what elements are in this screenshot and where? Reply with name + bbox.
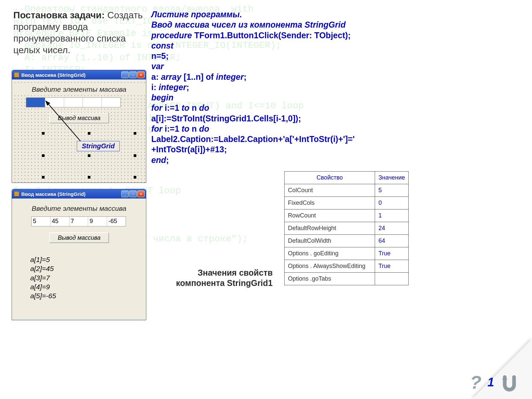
table-row: Options . AlwaysShowEditingTrue xyxy=(285,260,409,273)
table-row: DefaultColWidth64 xyxy=(285,235,409,247)
app-icon xyxy=(14,191,19,197)
label-input-prompt: Введите элементы массива xyxy=(12,85,146,93)
table-row: Options . goEditingTrue xyxy=(285,247,409,260)
selection-handle xyxy=(134,154,136,157)
table-row: FixedCols0 xyxy=(285,197,409,209)
stringgrid-cell[interactable] xyxy=(26,98,45,107)
stringgrid-cell[interactable] xyxy=(45,98,64,107)
properties-header-prop: Свойство xyxy=(285,172,375,184)
selection-handle xyxy=(134,176,136,179)
titlebar: Ввод массива (StringGrid) _ □ × xyxy=(12,70,146,79)
listing-subtitle: Ввод массива чисел из компонента StringG… xyxy=(151,20,391,30)
selection-handle xyxy=(42,154,45,157)
close-button[interactable]: × xyxy=(137,71,145,78)
output-label: a[1]=5 a[2]=45 a[3]=7 a[4]=9 a[5]=-65 xyxy=(30,255,56,300)
maximize-button[interactable]: □ xyxy=(129,71,137,78)
table-row: DefaultRowHeight24 xyxy=(285,222,409,235)
stringgrid-runtime[interactable]: 5 45 7 9 -65 xyxy=(31,216,126,226)
form-designer-surface[interactable]: Введите элементы массива Вывод массива xyxy=(12,79,146,183)
return-icon[interactable] xyxy=(500,373,519,392)
output-button[interactable]: Вывод массива xyxy=(49,113,109,123)
close-button[interactable]: × xyxy=(137,191,145,197)
help-icon[interactable]: ? xyxy=(470,371,481,393)
selection-handle xyxy=(88,132,90,135)
minimize-button[interactable]: _ xyxy=(121,191,129,197)
output-line: a[3]=7 xyxy=(30,273,56,282)
table-row: RowCount1 xyxy=(285,209,409,222)
footer-nav: ? 1 xyxy=(470,371,519,393)
output-button[interactable]: Вывод массива xyxy=(49,232,109,243)
stringgrid-cell[interactable] xyxy=(64,98,83,107)
program-listing: Листинг программы. Ввод массива чисел из… xyxy=(151,9,391,165)
output-line: a[4]=9 xyxy=(30,282,56,291)
app-icon xyxy=(14,72,19,77)
stringgrid-cell[interactable]: 7 xyxy=(69,217,88,226)
window-title: Ввод массива (StringGrid) xyxy=(21,72,121,78)
titlebar: Ввод массива (StringGrid) _ □ × xyxy=(12,189,146,199)
stringgrid-cell[interactable]: 45 xyxy=(51,217,69,226)
properties-header-val: Значение xyxy=(375,172,409,184)
listing-title: Листинг программы. xyxy=(151,9,391,20)
stringgrid-design[interactable] xyxy=(26,97,121,107)
task-statement: Постановка задачи: Создать программу вво… xyxy=(13,9,146,56)
output-line: a[1]=5 xyxy=(30,255,56,264)
output-line: a[5]=-65 xyxy=(30,291,56,300)
stringgrid-annotation-label: StringGrid xyxy=(77,141,120,151)
maximize-button[interactable]: □ xyxy=(129,191,137,197)
stringgrid-cell[interactable] xyxy=(102,98,120,107)
stringgrid-cell[interactable]: -65 xyxy=(107,217,126,226)
form-client-area: Введите элементы массива 5 45 7 9 -65 Вы… xyxy=(12,199,146,320)
design-form-window: Ввод массива (StringGrid) _ □ × Введите … xyxy=(12,70,146,183)
selection-handle xyxy=(42,176,45,179)
task-title: Постановка задачи: xyxy=(13,10,105,20)
table-row: ColCount5 xyxy=(285,184,409,197)
selection-handle xyxy=(88,176,90,179)
selection-handle xyxy=(134,132,136,135)
minimize-button[interactable]: _ xyxy=(121,71,129,78)
properties-table: Свойство Значение ColCount5 FixedCols0 R… xyxy=(284,171,409,285)
window-title: Ввод массива (StringGrid) xyxy=(21,191,121,197)
selection-handle xyxy=(42,132,45,135)
stringgrid-cell[interactable] xyxy=(83,98,102,107)
stringgrid-cell[interactable]: 5 xyxy=(32,217,51,226)
table-row: Options .goTabs xyxy=(285,273,409,285)
selection-handle xyxy=(88,154,90,157)
stringgrid-cell[interactable]: 9 xyxy=(88,217,107,226)
output-line: a[2]=45 xyxy=(30,264,56,273)
properties-caption: Значения свойств компонента StringGrid1 xyxy=(166,268,273,289)
label-input-prompt: Введите элементы массива xyxy=(12,204,146,212)
runtime-form-window: Ввод массива (StringGrid) _ □ × Введите … xyxy=(12,189,146,320)
page-number: 1 xyxy=(487,375,494,389)
